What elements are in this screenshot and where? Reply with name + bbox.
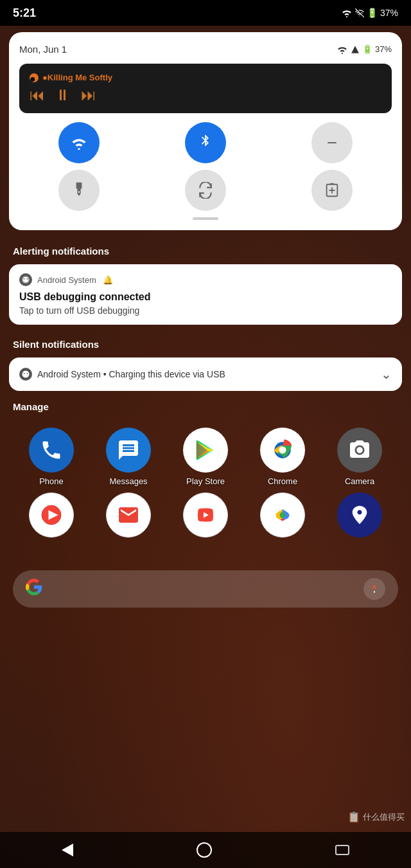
scroll-indicator bbox=[193, 217, 218, 220]
camera-app-label: Camera bbox=[345, 476, 374, 486]
dnd-toggle[interactable] bbox=[311, 122, 353, 163]
svg-point-10 bbox=[24, 373, 25, 374]
media-pause-btn[interactable]: ⏸ bbox=[55, 86, 71, 104]
svg-point-7 bbox=[24, 278, 25, 280]
playstore-icon bbox=[183, 428, 228, 473]
media-player: ● ● Killing Me Softly ⏮ ⏸ ⏭ bbox=[19, 64, 392, 113]
panel-battery-text: 37% bbox=[375, 44, 392, 54]
battery-icon: 🔋 bbox=[367, 8, 378, 18]
panel-wifi-icon bbox=[337, 45, 348, 54]
status-icons: 🔋 37% bbox=[341, 8, 398, 18]
messages-app[interactable]: Messages bbox=[106, 428, 151, 486]
batterysaver-toggle[interactable] bbox=[311, 170, 353, 211]
chrome-app[interactable]: Chrome bbox=[260, 428, 305, 486]
usb-debugging-notif[interactable]: Android System 🔔 USB debugging connected… bbox=[9, 264, 402, 325]
recents-icon bbox=[335, 845, 349, 855]
phone-app-label: Phone bbox=[39, 476, 64, 486]
media-app-icon: ● bbox=[30, 73, 39, 82]
panel-status-icons: 🔋 37% bbox=[337, 44, 392, 54]
search-bar[interactable] bbox=[13, 570, 398, 608]
bluetooth-toggle-icon bbox=[198, 134, 213, 152]
usb-notif-body: Tap to turn off USB debugging bbox=[19, 305, 392, 316]
svg-point-19 bbox=[374, 586, 376, 588]
watermark-icon: 📋 bbox=[347, 811, 360, 823]
autorotate-toggle[interactable] bbox=[185, 170, 226, 211]
charging-notif-text: Android System • Charging this device vi… bbox=[37, 369, 225, 379]
manage-button[interactable]: Manage bbox=[0, 396, 62, 421]
svg-marker-0 bbox=[351, 46, 359, 53]
photos-icon bbox=[260, 493, 305, 538]
flashlight-toggle[interactable] bbox=[58, 170, 100, 211]
charging-notif[interactable]: Android System • Charging this device vi… bbox=[9, 357, 402, 391]
media-next-btn[interactable]: ⏭ bbox=[81, 86, 96, 104]
media-song-label: Killing Me Softly bbox=[48, 73, 112, 82]
chrome-app-label: Chrome bbox=[268, 476, 297, 486]
batterysaver-toggle-icon bbox=[324, 182, 340, 199]
wifi-toggle-icon bbox=[70, 136, 88, 150]
usb-notif-title: USB debugging connected bbox=[19, 291, 392, 303]
home-button[interactable] bbox=[181, 833, 227, 867]
media-prev-btn[interactable]: ⏮ bbox=[30, 86, 45, 104]
notification-panel: Mon, Jun 1 🔋 37% ● ● Killing Me Softly ⏮… bbox=[9, 32, 402, 230]
google-mic-icon[interactable] bbox=[363, 578, 385, 600]
phone-app[interactable]: Phone bbox=[29, 428, 74, 486]
signal-status-icon bbox=[355, 8, 364, 17]
wifi-toggle[interactable] bbox=[58, 122, 100, 163]
autorotate-toggle-icon bbox=[197, 182, 214, 199]
google-g-icon bbox=[26, 579, 42, 599]
back-button[interactable] bbox=[46, 835, 89, 865]
home-icon bbox=[197, 842, 212, 858]
googletv-icon bbox=[29, 493, 74, 538]
nav-bar bbox=[0, 832, 411, 868]
googletv-app[interactable]: - bbox=[29, 493, 74, 551]
notif-bell-icon: 🔔 bbox=[103, 275, 113, 285]
media-app-name: ● bbox=[42, 73, 48, 82]
playstore-app[interactable]: Play Store bbox=[183, 428, 228, 486]
panel-battery-icon: 🔋 bbox=[362, 44, 372, 54]
camera-icon bbox=[337, 428, 382, 473]
youtube-icon bbox=[183, 493, 228, 538]
dnd-toggle-icon bbox=[324, 135, 340, 150]
usb-app-name: Android System bbox=[37, 275, 96, 285]
panel-header: Mon, Jun 1 🔋 37% bbox=[19, 44, 392, 55]
bluetooth-toggle[interactable] bbox=[185, 122, 226, 163]
app-grid-row1: Phone Messages bbox=[0, 421, 411, 493]
status-bar: 5:21 🔋 37% bbox=[0, 0, 411, 26]
panel-signal-icon bbox=[351, 45, 360, 54]
media-controls[interactable]: ⏮ ⏸ ⏭ bbox=[30, 86, 381, 104]
svg-point-5 bbox=[22, 276, 30, 284]
media-info: ● ● Killing Me Softly ⏮ ⏸ ⏭ bbox=[30, 73, 381, 104]
gmail-app[interactable]: - bbox=[106, 493, 151, 551]
phone-icon bbox=[29, 428, 74, 473]
back-icon bbox=[62, 844, 73, 856]
quick-toggles bbox=[19, 122, 392, 211]
flashlight-toggle-icon bbox=[72, 181, 86, 199]
svg-rect-1 bbox=[328, 142, 337, 143]
youtube-app[interactable]: - bbox=[183, 493, 228, 551]
watermark: 📋 什么值得买 bbox=[347, 811, 405, 823]
messages-app-label: Messages bbox=[109, 476, 147, 486]
chrome-icon bbox=[260, 428, 305, 473]
watermark-text: 什么值得买 bbox=[363, 811, 405, 823]
svg-point-14 bbox=[279, 446, 286, 453]
android-system-icon bbox=[19, 273, 32, 286]
battery-percent: 37% bbox=[380, 8, 398, 18]
app-grid-row2: - - - - bbox=[0, 493, 411, 557]
silent-notif-left: Android System • Charging this device vi… bbox=[19, 368, 381, 381]
status-time: 5:21 bbox=[13, 6, 36, 20]
notif-header: Android System 🔔 bbox=[19, 273, 392, 286]
unknown-app[interactable]: - bbox=[337, 493, 382, 551]
camera-app[interactable]: Camera bbox=[337, 428, 382, 486]
svg-point-9 bbox=[22, 370, 30, 378]
charging-app-icon bbox=[19, 368, 32, 381]
svg-point-17 bbox=[280, 512, 286, 518]
panel-date: Mon, Jun 1 bbox=[19, 44, 67, 55]
gmail-icon bbox=[106, 493, 151, 538]
unknown-icon bbox=[337, 493, 382, 538]
silent-section-label: Silent notifications bbox=[0, 330, 411, 355]
svg-point-8 bbox=[26, 278, 28, 280]
recents-button[interactable] bbox=[320, 836, 365, 864]
messages-icon bbox=[106, 428, 151, 473]
chevron-down-icon[interactable]: ⌄ bbox=[381, 366, 392, 382]
photos-app[interactable]: - bbox=[260, 493, 305, 551]
